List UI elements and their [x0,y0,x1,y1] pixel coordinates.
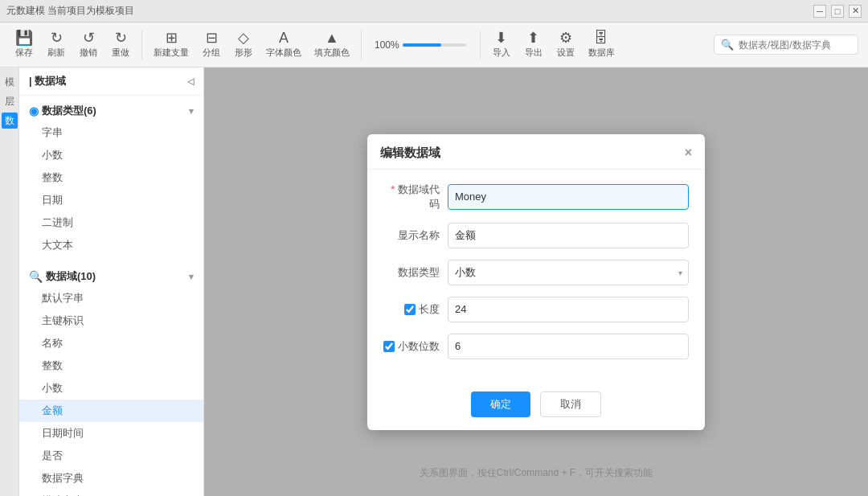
data-types-list: 字串 小数 整数 日期 二进制 大文本 [19,121,203,256]
field-item-decimal[interactable]: 小数 [19,377,203,400]
data-type-select[interactable]: 字串 小数 整数 日期 二进制 大文本 [448,260,689,285]
dialog-body: 数据域代码 显示名称 数据类型 字串 小数 [367,170,705,383]
shape-label: 形形 [235,47,252,59]
undo-icon: ↺ [83,31,95,45]
sidebar-icon-model[interactable]: 模 [2,74,18,90]
search-box: 🔍 [714,35,858,55]
save-label: 保存 [15,47,33,59]
display-input[interactable] [448,223,689,248]
left-panel: | 数据域 ◁ ◉ 数据类型(6) ▾ 字串 小数 整数 日期 二进制 大文本 [19,68,204,496]
decimal-row: 小数位数 [383,334,689,359]
settings-button[interactable]: ⚙ 设置 [551,27,580,62]
data-fields-section: 🔍 数据域(10) ▾ 默认字串 主键标识 名称 整数 小数 金额 日期时间 是… [19,261,203,496]
code-input[interactable] [448,184,689,210]
minimize-button[interactable]: ─ [813,5,826,18]
field-item-dict[interactable]: 数据字典 [19,467,203,490]
refresh-icon: ↻ [51,31,63,45]
edit-dialog: 编辑数据域 × 数据域代码 显示名称 [367,134,705,430]
data-type-wrapper: 字串 小数 整数 日期 二进制 大文本 ▾ [448,260,689,285]
confirm-button[interactable]: 确定 [471,391,530,417]
type-item-integer[interactable]: 整数 [19,166,203,189]
refresh-button[interactable]: ↻ 刷新 [42,27,71,62]
export-button[interactable]: ⬆ 导出 [519,27,548,62]
maximize-button[interactable]: □ [831,5,844,18]
export-icon: ⬆ [527,31,539,45]
shape-button[interactable]: ◇ 形形 [229,27,258,62]
data-type-label: 数据类型 [383,265,448,280]
new-table-button[interactable]: ⊞ 新建支量 [149,27,194,62]
data-types-collapse[interactable]: ▾ [189,106,194,117]
sidebar-icon-layer[interactable]: 层 [2,93,18,109]
type-item-date[interactable]: 日期 [19,189,203,211]
text-color-label: 字体颜色 [266,47,301,59]
field-item-name[interactable]: 名称 [19,332,203,355]
new-table-label: 新建支量 [154,47,189,59]
redo-button[interactable]: ↻ 重做 [106,27,135,62]
import-button[interactable]: ⬇ 导入 [487,27,516,62]
dialog-close-button[interactable]: × [685,146,692,159]
length-row: 长度 [383,297,689,322]
redo-label: 重做 [112,47,129,59]
database-icon: 🗄 [594,31,608,45]
field-item-datetime[interactable]: 日期时间 [19,422,203,445]
length-checkbox[interactable] [404,304,416,315]
display-name-row: 显示名称 [383,223,689,248]
type-item-text[interactable]: 大文本 [19,234,203,256]
length-label: 长度 [419,302,440,317]
data-fields-label: 数据域(10) [46,269,96,284]
redo-icon: ↻ [115,31,127,45]
zoom-control: 100% [368,39,473,51]
field-item-pk[interactable]: 主键标识 [19,309,203,332]
database-label: 数据库 [588,47,615,59]
decimal-checkbox-area: 小数位数 [383,339,448,354]
title-bar-controls: ─ □ ✕ [813,5,862,18]
import-label: 导入 [493,47,510,59]
data-type-row: 数据类型 字串 小数 整数 日期 二进制 大文本 ▾ [383,260,689,285]
database-button[interactable]: 🗄 数据库 [583,27,620,62]
text-color-icon: A [279,31,289,45]
type-item-decimal[interactable]: 小数 [19,144,203,166]
content-area: 编辑数据域 × 数据域代码 显示名称 [204,68,868,496]
data-types-icon: ◉ [29,105,39,117]
data-fields-title[interactable]: 🔍 数据域(10) ▾ [19,266,203,287]
decimal-checkbox[interactable] [383,341,395,352]
field-item-amount[interactable]: 金额 [19,400,203,422]
split-button[interactable]: ⊟ 分组 [197,27,226,62]
search-input[interactable] [739,39,851,51]
new-table-icon: ⊞ [166,31,178,45]
split-label: 分组 [203,47,220,59]
type-item-string[interactable]: 字串 [19,121,203,144]
zoom-fill [403,43,441,47]
title-bar: 元数建模 当前项目为模板项目 ─ □ ✕ [0,0,868,23]
field-item-integer[interactable]: 整数 [19,355,203,377]
code-label: 数据域代码 [383,182,448,211]
field-item-desc[interactable]: 描述文本 [19,490,203,496]
cancel-button[interactable]: 取消 [540,391,601,417]
divider-3 [480,31,481,59]
field-item-boolean[interactable]: 是否 [19,445,203,467]
data-fields-collapse[interactable]: ▾ [189,272,194,282]
search-icon: 🔍 [721,39,734,51]
type-item-binary[interactable]: 二进制 [19,211,203,234]
dialog-footer: 确定 取消 [367,383,705,430]
field-item-default-string[interactable]: 默认字串 [19,287,203,309]
undo-label: 撤销 [80,47,97,59]
zoom-label: 100% [375,39,399,51]
undo-button[interactable]: ↺ 撤销 [74,27,103,62]
save-button[interactable]: 💾 保存 [10,27,39,62]
panel-title: | 数据域 [29,74,66,88]
close-button[interactable]: ✕ [849,5,862,18]
data-types-title[interactable]: ◉ 数据类型(6) ▾ [19,100,203,121]
zoom-bar[interactable] [403,43,467,47]
length-input[interactable] [448,297,689,322]
text-color-button[interactable]: A 字体颜色 [261,27,306,62]
settings-label: 设置 [557,47,575,59]
panel-header: | 数据域 ◁ [19,68,203,96]
code-row: 数据域代码 [383,182,689,211]
panel-collapse-icon[interactable]: ◁ [187,76,194,87]
left-panel-wrapper: | 数据域 ◁ ◉ 数据类型(6) ▾ 字串 小数 整数 日期 二进制 大文本 [19,68,204,496]
decimal-input[interactable] [448,334,689,359]
sidebar-icon-data[interactable]: 数 [2,113,18,129]
data-types-section: ◉ 数据类型(6) ▾ 字串 小数 整数 日期 二进制 大文本 [19,96,203,261]
fill-color-button[interactable]: ▲ 填充颜色 [309,27,354,62]
